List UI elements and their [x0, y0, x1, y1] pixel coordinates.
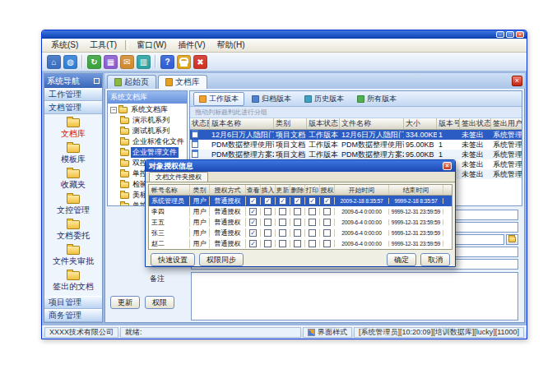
quick-setup-button[interactable]: 快速设置 [151, 253, 195, 266]
checkbox-icon[interactable]: ✓ [309, 197, 316, 205]
checkbox-icon[interactable] [264, 229, 272, 237]
checkbox-icon[interactable]: ✓ [249, 208, 257, 215]
sidebar-group-1[interactable]: 工作管理 [44, 88, 102, 101]
table-row[interactable]: PDM数据整理使用说..项目文档工作版本PDM数据整理使用说.doc95.00K… [190, 140, 522, 150]
authorization-row[interactable]: 张三用户普通授权✓2009-6-4 0:00:009999-12-31 23:5… [149, 228, 452, 238]
column-header[interactable]: 大小 [404, 118, 437, 129]
checkbox-icon[interactable] [309, 219, 316, 226]
checkbox-icon[interactable]: ✓ [249, 240, 257, 247]
pin-icon[interactable] [94, 78, 100, 84]
permission-sync-button[interactable]: 权限同步 [199, 253, 244, 266]
sidebar-item-5[interactable]: 文档委托 [44, 219, 102, 244]
auth-column-header[interactable]: 授权 [320, 185, 335, 195]
auth-column-header[interactable]: 更新 [276, 185, 290, 195]
ui-style-cell[interactable]: 界面样式 [303, 327, 352, 338]
checkbox-icon[interactable] [279, 208, 286, 215]
authorization-row[interactable]: 李四用户普通授权✓2009-6-4 0:00:009999-12-31 23:5… [149, 206, 452, 217]
version-tab-1[interactable]: 工作版本 [193, 92, 244, 106]
checkbox-icon[interactable] [294, 240, 301, 247]
auth-column-header[interactable]: 开始时间 [335, 185, 389, 195]
checkbox-icon[interactable]: ✓ [264, 197, 272, 205]
tree-node-1[interactable]: −系统文档库 [108, 104, 187, 115]
checkbox-icon[interactable] [279, 240, 286, 247]
auth-column-header[interactable]: 授权方式 [210, 185, 246, 195]
column-header[interactable]: 文件名称 [340, 118, 404, 129]
mail-icon[interactable]: ✉ [120, 55, 134, 69]
close-tab-icon[interactable]: × [512, 76, 522, 86]
tree-node-4[interactable]: 企业标准化文件 [108, 136, 187, 147]
tree-node-2[interactable]: 演示机系列 [108, 115, 187, 126]
auth-column-header[interactable]: 打印 [305, 185, 320, 195]
auth-column-header[interactable]: 帐号名称 [149, 185, 190, 195]
checkbox-icon[interactable] [323, 240, 331, 247]
checkbox-icon[interactable] [323, 219, 331, 226]
column-header[interactable]: 签出状态 [460, 118, 491, 129]
auth-column-header[interactable]: 类别 [190, 185, 210, 195]
sidebar-bottom-group-1[interactable]: 项目管理 [44, 296, 102, 309]
close-icon[interactable]: × [516, 31, 524, 38]
column-header[interactable]: 版本状态 [307, 118, 340, 129]
authorization-row[interactable]: 赵二用户普通授权✓2009-6-4 0:00:009999-12-31 23:5… [149, 238, 452, 249]
checkbox-icon[interactable] [294, 229, 301, 237]
maximize-icon[interactable]: □ [506, 31, 514, 38]
update-button[interactable]: 更新 [110, 296, 140, 309]
tab-folder-authorization[interactable]: 文档文件夹授权 [149, 172, 208, 182]
checkbox-icon[interactable] [279, 219, 286, 226]
column-header[interactable]: 版本名称 [210, 118, 274, 129]
permission-button[interactable]: 权限 [145, 296, 174, 309]
checkbox-icon[interactable] [264, 208, 272, 215]
version-tab-4[interactable]: 所有版本 [351, 92, 402, 106]
checkbox-icon[interactable]: ✓ [249, 197, 257, 205]
dialog-titlebar[interactable]: 对象授权信息 × [146, 160, 455, 172]
version-tab-3[interactable]: 历史版本 [299, 92, 350, 106]
checkbox-icon[interactable] [309, 240, 316, 247]
auth-column-header[interactable]: 插入 [261, 185, 276, 195]
column-header[interactable]: 状态图 [190, 118, 210, 129]
checkbox-icon[interactable]: ✓ [323, 197, 331, 205]
checkbox-icon[interactable] [294, 219, 301, 226]
menu-item-3[interactable]: 窗口(W) [131, 39, 172, 52]
menu-item-5[interactable]: 帮助(H) [211, 39, 251, 52]
exit-icon[interactable]: ✖ [193, 55, 207, 69]
checkbox-icon[interactable] [264, 219, 272, 226]
checkbox-icon[interactable]: ✓ [249, 219, 257, 226]
chart-icon[interactable]: ▥ [137, 55, 151, 69]
browse-button[interactable] [506, 234, 518, 245]
auth-column-header[interactable]: 结束时间 [389, 185, 443, 195]
group-by-bar[interactable]: 拖动列标题到此进行分组 [190, 107, 522, 118]
remark-textarea[interactable] [191, 272, 518, 321]
checkbox-icon[interactable]: ✓ [294, 197, 301, 205]
column-header[interactable]: 类别 [274, 118, 307, 129]
cancel-button[interactable]: 取消 [420, 253, 450, 266]
sidebar-item-1[interactable]: 文档库 [44, 117, 102, 142]
authorization-row[interactable]: 王五用户普通授权✓2009-6-4 0:00:009999-12-31 23:5… [149, 217, 452, 228]
sidebar-item-4[interactable]: 文控管理 [44, 193, 102, 219]
auth-column-header[interactable]: 删除 [290, 185, 305, 195]
help-icon[interactable]: ? [160, 55, 174, 69]
checkbox-icon[interactable] [323, 229, 331, 237]
table-row[interactable]: 12月6日万人隐阳门..项目文档工作版本12月6日万人隐阳门..334.00KB… [190, 130, 522, 140]
column-header[interactable]: 版本号 [437, 118, 460, 129]
apps-icon[interactable]: ▦ [104, 55, 118, 69]
checkbox-icon[interactable]: ✓ [249, 229, 257, 237]
checkbox-icon[interactable] [264, 240, 272, 247]
dialog-close-icon[interactable]: × [443, 162, 452, 170]
home-icon[interactable]: ⌂ [47, 55, 61, 69]
authorization-row[interactable]: 系统管理员用户普通授权✓✓✓✓✓✓2009-2-18 8:35:579999-2… [149, 196, 452, 206]
sidebar-item-3[interactable]: 收藏夹 [44, 168, 102, 193]
auth-column-header[interactable]: 查看 [246, 185, 261, 195]
minimize-icon[interactable]: – [496, 31, 504, 38]
sidebar-group-2[interactable]: 文档管理 [44, 101, 102, 114]
version-tab-2[interactable]: 归档版本 [246, 92, 297, 106]
sidebar-item-2[interactable]: 模板库 [44, 142, 102, 168]
menu-item-1[interactable]: 系统(S) [45, 39, 84, 52]
globe-icon[interactable]: ◍ [63, 55, 77, 69]
tab-2[interactable]: 文档库 [158, 75, 207, 89]
checkbox-icon[interactable] [279, 229, 286, 237]
tree-node-5[interactable]: 企业管理文件 [108, 147, 187, 158]
sidebar-item-7[interactable]: 签出的文档 [44, 270, 102, 295]
lock-icon[interactable] [177, 55, 191, 69]
sidebar-item-6[interactable]: 文件夹审批 [44, 244, 102, 270]
column-header[interactable]: 签出用户 [491, 118, 522, 129]
sidebar-bottom-group-2[interactable]: 商务管理 [44, 309, 102, 322]
